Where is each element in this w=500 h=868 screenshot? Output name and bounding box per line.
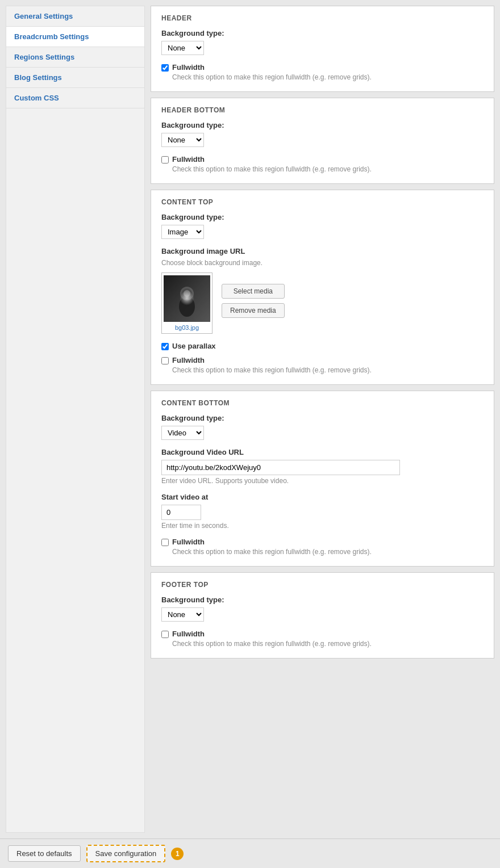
content-bottom-fullwidth-description: Check this option to make this region fu… [172, 548, 372, 556]
header-fullwidth-label: Fullwidth [172, 63, 205, 72]
header-section: HEADER Background type: None Image Video… [151, 6, 494, 92]
header-bg-type-label: Background type: [161, 29, 484, 37]
content-top-parallax-row: Use parallax [161, 342, 484, 350]
svg-point-5 [184, 290, 190, 297]
content-top-section: CONTENT TOP Background type: None Image … [151, 190, 494, 385]
header-bottom-bg-type-label: Background type: [161, 121, 484, 129]
content-top-fullwidth-label: Fullwidth [172, 356, 205, 364]
footer-top-fullwidth-label: Fullwidth [172, 630, 205, 638]
content-top-image-thumb-box: bg03.jpg [161, 272, 213, 334]
content-bottom-fullwidth-row: Fullwidth Check this option to make this… [161, 538, 484, 556]
content-top-fullwidth-row: Fullwidth Check this option to make this… [161, 356, 484, 374]
footer-top-fullwidth-description: Check this option to make this region fu… [172, 640, 372, 648]
content-top-parallax-checkbox[interactable] [161, 343, 169, 350]
footer-top-bg-type-label: Background type: [161, 596, 484, 604]
sidebar-link-regions-settings[interactable]: Regions Settings [14, 53, 74, 61]
content-top-section-title: CONTENT TOP [161, 198, 484, 206]
content-bottom-bg-type-select[interactable]: None Image Video Color [161, 426, 204, 440]
footer-top-section: FOOTER TOP Background type: None Image V… [151, 572, 494, 659]
content-top-fullwidth-checkbox[interactable] [161, 357, 169, 364]
header-bottom-fullwidth-checkbox[interactable] [161, 156, 169, 163]
content-top-image-filename: bg03.jpg [175, 324, 199, 331]
content-bottom-start-video-input[interactable] [161, 505, 201, 520]
content-top-image-thumb [164, 275, 210, 322]
reset-button[interactable]: Reset to defaults [8, 845, 81, 862]
header-fullwidth-row: Fullwidth Check this option to make this… [161, 63, 484, 81]
sidebar-link-blog-settings[interactable]: Blog Settings [14, 73, 62, 82]
header-bottom-fullwidth-label: Fullwidth [172, 155, 205, 163]
content-top-bg-type-select[interactable]: None Image Video Color [161, 225, 204, 239]
remove-media-button[interactable]: Remove media [222, 303, 285, 318]
content-bottom-bg-video-input[interactable] [161, 460, 400, 475]
sidebar-link-general-settings[interactable]: General Settings [14, 12, 73, 20]
content-top-parallax-label: Use parallax [172, 342, 216, 350]
content-top-image-preview-container: bg03.jpg Select media Remove media [161, 272, 484, 334]
sidebar-item-breadcrumb-settings[interactable]: Breadcrumb Settings [6, 27, 144, 47]
content-top-fullwidth-description: Check this option to make this region fu… [172, 366, 372, 374]
content-bottom-bg-type-label: Background type: [161, 414, 484, 422]
footer-top-fullwidth-checkbox[interactable] [161, 631, 169, 638]
footer-top-bg-type-select[interactable]: None Image Video Color [161, 607, 204, 622]
main-content: HEADER Background type: None Image Video… [151, 6, 494, 833]
sidebar-link-custom-css[interactable]: Custom CSS [14, 94, 59, 102]
svg-point-3 [181, 288, 193, 302]
header-bottom-fullwidth-description: Check this option to make this region fu… [172, 165, 372, 173]
content-top-media-buttons: Select media Remove media [222, 284, 285, 318]
content-top-image-svg [164, 275, 210, 322]
content-bottom-start-video-hint: Enter time in seconds. [161, 522, 484, 530]
footer-top-section-title: FOOTER TOP [161, 581, 484, 589]
header-bottom-fullwidth-row: Fullwidth Check this option to make this… [161, 155, 484, 173]
header-section-title: HEADER [161, 14, 484, 22]
sidebar-item-blog-settings[interactable]: Blog Settings [6, 68, 144, 88]
header-bottom-bg-type-select[interactable]: None Image Video Color [161, 133, 204, 147]
sidebar-item-custom-css[interactable]: Custom CSS [6, 88, 144, 108]
content-top-bg-type-label: Background type: [161, 213, 484, 221]
header-fullwidth-description: Check this option to make this region fu… [172, 73, 372, 81]
save-button[interactable]: Save configuration [86, 845, 166, 862]
header-bottom-section: HEADER BOTTOM Background type: None Imag… [151, 98, 494, 184]
content-bottom-fullwidth-label: Fullwidth [172, 538, 205, 546]
svg-point-4 [180, 287, 194, 300]
content-bottom-video-hint: Enter video URL. Supports youtube video. [161, 477, 484, 485]
sidebar-link-breadcrumb-settings[interactable]: Breadcrumb Settings [14, 32, 89, 41]
save-badge-count: 1 [171, 848, 184, 860]
header-bottom-section-title: HEADER BOTTOM [161, 106, 484, 114]
content-bottom-bg-video-label: Background Video URL [161, 448, 484, 456]
header-fullwidth-checkbox[interactable] [161, 64, 169, 72]
footer-top-fullwidth-row: Fullwidth Check this option to make this… [161, 630, 484, 648]
svg-point-2 [179, 296, 195, 317]
content-bottom-section-title: CONTENT BOTTOM [161, 399, 484, 407]
sidebar-item-general-settings[interactable]: General Settings [6, 6, 144, 27]
footer-bar: Reset to defaults Save configuration 1 [0, 838, 500, 868]
content-bottom-start-video-label: Start video at [161, 493, 484, 501]
select-media-button[interactable]: Select media [222, 284, 285, 299]
header-bg-type-select[interactable]: None Image Video Color [161, 41, 204, 55]
sidebar-item-regions-settings[interactable]: Regions Settings [6, 47, 144, 68]
content-top-bg-image-label: Background image URL [161, 247, 484, 255]
content-bottom-fullwidth-checkbox[interactable] [161, 539, 169, 546]
content-top-bg-image-description: Choose block background image. [161, 259, 484, 267]
content-bottom-section: CONTENT BOTTOM Background type: None Ima… [151, 391, 494, 567]
sidebar: General Settings Breadcrumb Settings Reg… [6, 6, 145, 833]
